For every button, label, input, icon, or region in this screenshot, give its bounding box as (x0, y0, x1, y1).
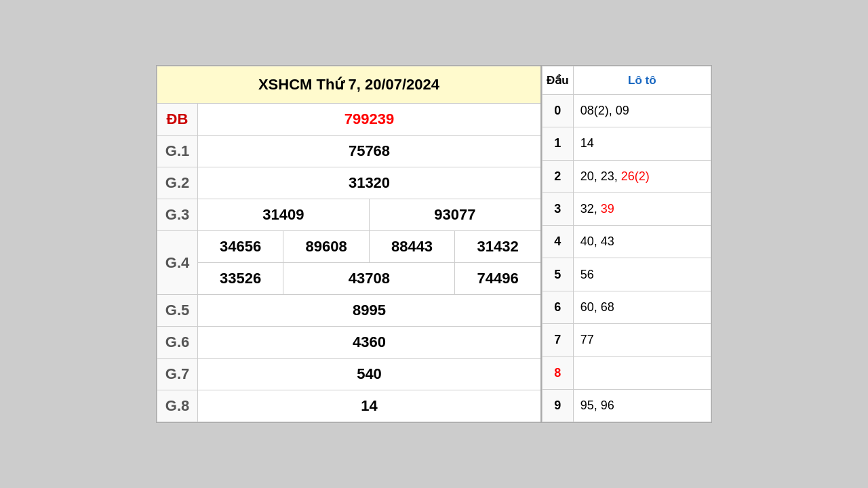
prize-value: 8995 (198, 295, 542, 327)
table-row: G.434656896088844331432 (157, 231, 542, 263)
loto-dau: 1 (542, 127, 574, 160)
loto-dau: 0 (542, 95, 574, 127)
prize-value: 31320 (198, 167, 542, 199)
loto-row: 556 (542, 258, 711, 291)
prize-value: 31432 (455, 231, 541, 263)
table-row: G.814 (157, 390, 542, 422)
loto-values: 32, 39 (573, 192, 711, 225)
loto-dau: 5 (542, 258, 574, 291)
prize-value: 88443 (369, 231, 454, 263)
table-row: 335264370874496 (157, 263, 542, 295)
loto-dau: 4 (542, 226, 574, 258)
table-row: ĐB799239 (157, 104, 542, 136)
prize-value: 74496 (455, 263, 541, 295)
prize-label: G.6 (157, 327, 198, 359)
prize-label: G.4 (157, 231, 198, 295)
loto-values: 56 (573, 258, 711, 291)
prize-value: 14 (198, 390, 542, 422)
loto-values: 60, 68 (573, 291, 711, 323)
loto-values: 20, 23, 26(2) (573, 160, 711, 192)
table-title: XSHCM Thứ 7, 20/07/2024 (157, 66, 542, 104)
loto-row: 332, 39 (542, 192, 711, 225)
prize-value: 75768 (198, 136, 542, 167)
loto-dau: 6 (542, 291, 574, 323)
loto-dau: 7 (542, 324, 574, 357)
loto-values (573, 357, 711, 389)
prize-label: G.7 (157, 359, 198, 390)
loto-row: 114 (542, 127, 711, 160)
prize-value: 540 (198, 359, 542, 390)
prize-value: 31409 (198, 199, 370, 231)
table-row: G.58995 (157, 295, 542, 327)
loto-values: 14 (573, 127, 711, 160)
prize-value: 93077 (369, 199, 541, 231)
loto-dau: 2 (542, 160, 574, 192)
loto-row: 220, 23, 26(2) (542, 160, 711, 192)
loto-row: 660, 68 (542, 291, 711, 323)
prize-label: G.8 (157, 390, 198, 422)
loto-row: 995, 96 (542, 389, 711, 422)
prize-label: ĐB (157, 104, 198, 136)
prize-value: 799239 (198, 104, 542, 136)
loto-dau: 9 (542, 389, 574, 422)
loto-dau: 8 (542, 357, 574, 389)
table-row: G.7540 (157, 359, 542, 390)
loto-values: 08(2), 09 (573, 95, 711, 127)
loto-row: 440, 43 (542, 226, 711, 258)
prize-label: G.2 (157, 167, 198, 199)
dau-header: Đầu (542, 66, 574, 95)
prize-label: G.3 (157, 199, 198, 231)
loto-values: 95, 96 (573, 389, 711, 422)
prize-value: 4360 (198, 327, 542, 359)
table-row: G.64360 (157, 327, 542, 359)
prize-value: 34656 (198, 231, 283, 263)
table-row: G.175768 (157, 136, 542, 167)
loto-header: Lô tô (573, 66, 711, 95)
table-row: G.33140993077 (157, 199, 542, 231)
loto-values: 77 (573, 324, 711, 357)
loto-dau: 3 (542, 192, 574, 225)
loto-row: 008(2), 09 (542, 95, 711, 127)
loto-table: Đầu Lô tô 008(2), 09114220, 23, 26(2)332… (542, 66, 711, 422)
prize-value: 89608 (283, 231, 369, 263)
table-row: G.231320 (157, 167, 542, 199)
loto-row: 8 (542, 357, 711, 389)
prize-label: G.5 (157, 295, 198, 327)
main-container: XSHCM Thứ 7, 20/07/2024 ĐB799239G.175768… (156, 65, 712, 423)
lottery-table: XSHCM Thứ 7, 20/07/2024 ĐB799239G.175768… (157, 66, 542, 422)
loto-values: 40, 43 (573, 226, 711, 258)
prize-value: 43708 (283, 263, 455, 295)
loto-row: 777 (542, 324, 711, 357)
prize-value: 33526 (198, 263, 283, 295)
prize-label: G.1 (157, 136, 198, 167)
